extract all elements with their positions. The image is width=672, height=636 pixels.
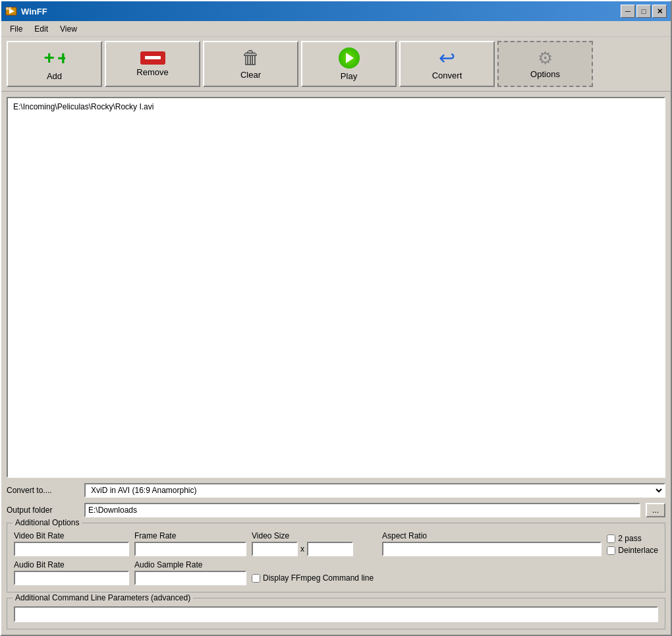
minimize-button[interactable]: ─ — [621, 5, 635, 18]
remove-icon — [140, 51, 165, 65]
audio-bit-rate-label: Audio Bit Rate — [14, 560, 129, 569]
audio-bit-rate-field: Audio Bit Rate — [14, 560, 129, 585]
add-icon: + — [44, 47, 65, 69]
audio-sample-rate-input[interactable] — [134, 571, 246, 585]
add-button[interactable]: + Add — [7, 41, 102, 87]
deinterlace-label: Deinterlace — [618, 546, 658, 555]
menu-view[interactable]: View — [54, 22, 83, 36]
options-button[interactable]: ⚙ Options — [497, 41, 593, 87]
aspect-ratio-input[interactable] — [382, 542, 602, 556]
video-size-width-input[interactable] — [252, 542, 298, 556]
two-pass-row: 2 pass — [607, 534, 658, 543]
aspect-ratio-label: Aspect Ratio — [382, 531, 602, 540]
close-button[interactable]: ✕ — [652, 5, 667, 18]
file-list[interactable]: E:\Incoming\Peliculas\Rocky\Rocky I.avi — [7, 97, 665, 478]
options-grid: Video Bit Rate Frame Rate Video Size x — [14, 531, 658, 556]
main-window: WP WinFF ─ □ ✕ File Edit View + Add — [0, 0, 672, 636]
aspect-ratio-field: Aspect Ratio — [382, 531, 602, 556]
convert-to-label: Convert to.... — [7, 486, 79, 495]
two-pass-label: 2 pass — [618, 534, 641, 543]
video-bit-rate-input[interactable] — [14, 542, 129, 556]
convert-button[interactable]: ↩ Convert — [399, 41, 495, 87]
video-size-inputs: x — [252, 542, 377, 556]
play-button[interactable]: Play — [301, 41, 397, 87]
add-label: Add — [47, 71, 62, 81]
options-label: Options — [530, 69, 560, 79]
output-folder-row: Output folder ... — [7, 503, 665, 517]
play-icon — [339, 47, 360, 69]
clear-button[interactable]: 🗑 Clear — [203, 41, 298, 87]
window-controls: ─ □ ✕ — [621, 5, 667, 18]
video-size-label: Video Size — [252, 531, 377, 540]
video-size-separator: x — [300, 544, 304, 554]
audio-sample-rate-field: Audio Sample Rate — [134, 560, 246, 585]
audio-bit-rate-input[interactable] — [14, 571, 129, 585]
file-entry: E:\Incoming\Peliculas\Rocky\Rocky I.avi — [11, 101, 661, 113]
display-ffmpeg-checkbox[interactable] — [252, 574, 260, 583]
maximize-button[interactable]: □ — [636, 5, 651, 18]
video-bit-rate-label: Video Bit Rate — [14, 531, 129, 540]
options-icon: ⚙ — [538, 49, 553, 67]
browse-button[interactable]: ... — [646, 503, 665, 517]
menu-edit[interactable]: Edit — [28, 22, 54, 36]
checkboxes-col: 2 pass Deinterlace — [607, 534, 658, 556]
audio-sample-rate-label: Audio Sample Rate — [134, 560, 246, 569]
options-row2: Audio Bit Rate Audio Sample Rate Display… — [14, 560, 658, 585]
app-icon: WP — [5, 5, 17, 17]
output-folder-input[interactable] — [84, 503, 640, 517]
frame-rate-label: Frame Rate — [134, 531, 246, 540]
display-ffmpeg-label: Display FFmpeg Command line — [263, 573, 374, 583]
frame-rate-input[interactable] — [134, 542, 246, 556]
svg-text:WP: WP — [6, 7, 12, 11]
additional-options-group: Additional Options Video Bit Rate Frame … — [7, 523, 665, 593]
deinterlace-row: Deinterlace — [607, 546, 658, 555]
convert-to-select[interactable]: XviD in AVI (16:9 Anamorphic) XviD in AV… — [84, 483, 665, 498]
deinterlace-checkbox[interactable] — [607, 546, 615, 555]
clear-icon: 🗑 — [242, 49, 260, 67]
aspect-ratio-checkboxes-col: Aspect Ratio 2 pass Deinterlace — [382, 531, 658, 556]
convert-label: Convert — [432, 71, 462, 80]
convert-icon: ↩ — [439, 48, 455, 68]
video-size-height-input[interactable] — [307, 542, 353, 556]
video-bit-rate-field: Video Bit Rate — [14, 531, 129, 556]
command-line-input[interactable] — [14, 606, 658, 622]
convert-to-row: Convert to.... XviD in AVI (16:9 Anamorp… — [7, 483, 665, 498]
toolbar: + Add Remove 🗑 Clear Play ↩ Convert — [1, 37, 671, 92]
ffmpeg-checkbox-row: Display FFmpeg Command line — [252, 573, 658, 585]
command-line-group: Additional Command Line Parameters (adva… — [7, 598, 665, 629]
remove-button[interactable]: Remove — [105, 41, 200, 87]
video-size-field: Video Size x — [252, 531, 377, 556]
two-pass-checkbox[interactable] — [607, 535, 615, 543]
main-content: E:\Incoming\Peliculas\Rocky\Rocky I.avi … — [1, 92, 671, 635]
play-label: Play — [341, 71, 357, 81]
titlebar: WP WinFF ─ □ ✕ — [1, 1, 671, 21]
additional-options-title: Additional Options — [13, 518, 82, 527]
menubar: File Edit View — [1, 21, 671, 37]
command-line-title: Additional Command Line Parameters (adva… — [13, 593, 193, 602]
output-folder-label: Output folder — [7, 506, 79, 515]
window-title: WinFF — [21, 7, 47, 16]
clear-label: Clear — [240, 70, 261, 80]
convert-to-select-wrapper: XviD in AVI (16:9 Anamorphic) XviD in AV… — [84, 483, 665, 498]
frame-rate-field: Frame Rate — [134, 531, 246, 556]
menu-file[interactable]: File — [4, 22, 28, 36]
remove-label: Remove — [136, 67, 168, 77]
svg-text:+: + — [57, 47, 65, 69]
